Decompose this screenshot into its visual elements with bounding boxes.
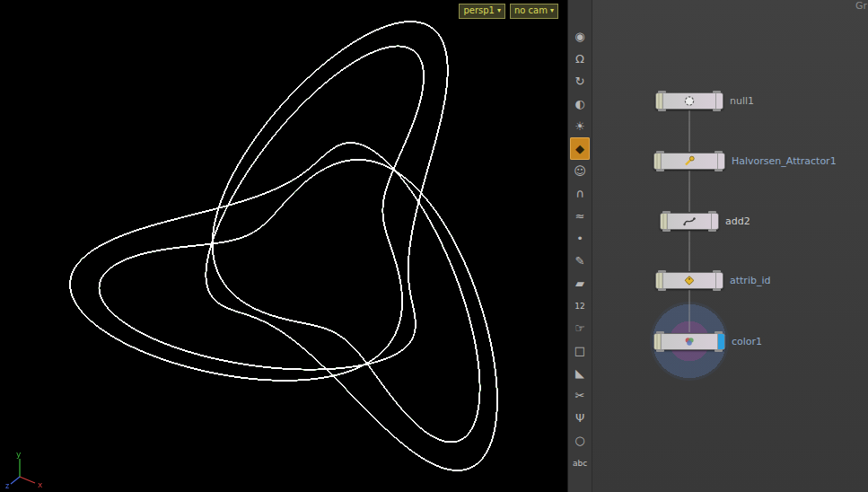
toolbar-orbit-icon[interactable]: ↻ (570, 70, 590, 92)
toolbar-ik-icon[interactable]: Ψ (570, 407, 590, 429)
node-connector[interactable] (662, 229, 671, 232)
attractor-canvas (0, 0, 567, 492)
axis-z-line (11, 477, 20, 484)
houdini-window: persp1 ▾ no cam ▾ y x z ◉Ω↻◐☀◆☺∩≈•✎▰12☞□… (0, 0, 868, 492)
node-label-halvorsen_attractor1[interactable]: Halvorsen_Attractor1 (732, 153, 837, 170)
viewport-toolbar: ◉Ω↻◐☀◆☺∩≈•✎▰12☞□◣✂Ψ○abc (567, 0, 592, 492)
camera-menu-label: no cam (514, 6, 548, 15)
node-flags-left[interactable] (656, 93, 663, 109)
axis-x-label: x (38, 480, 43, 489)
toolbar-character-icon[interactable]: ☺ (570, 160, 590, 182)
perspective-menu-button[interactable]: persp1 ▾ (459, 4, 505, 19)
node-label-color1[interactable]: color1 (732, 333, 762, 350)
node-connector[interactable] (708, 211, 716, 214)
node-null1[interactable] (655, 92, 723, 110)
toolbar-hand-icon[interactable]: ☞ (570, 317, 590, 339)
node-add2[interactable] (660, 213, 719, 230)
toolbar-circle-icon[interactable]: ○ (570, 429, 590, 452)
toolbar-select-icon[interactable]: ◆ (570, 137, 590, 160)
viewport-3d[interactable]: persp1 ▾ no cam ▾ y x z (0, 0, 567, 492)
toolbar-visibility-icon[interactable]: ◉ (570, 25, 590, 48)
node-connector[interactable] (656, 151, 664, 154)
node-flags-left[interactable] (654, 334, 662, 349)
node-connector[interactable] (662, 211, 671, 214)
camera-menu-button[interactable]: no cam ▾ (510, 4, 558, 19)
node-connector[interactable] (658, 288, 666, 291)
axis-z-label: z (5, 482, 9, 489)
chevron-down-icon: ▾ (497, 7, 501, 14)
toolbar-measure-icon[interactable]: ◣ (570, 362, 590, 384)
toolbar-knife-icon[interactable]: ✂ (570, 384, 590, 407)
node-flags-left[interactable] (656, 273, 663, 288)
node-connector[interactable] (658, 91, 666, 93)
node-connector[interactable] (658, 270, 666, 273)
node-connector[interactable] (656, 169, 664, 171)
node-flags-left[interactable] (661, 214, 668, 229)
toolbar-point-size-icon[interactable]: 12 (570, 294, 590, 317)
node-asset-icon[interactable] (662, 154, 717, 169)
node-connector[interactable] (713, 109, 721, 111)
node-label-add2[interactable]: add2 (725, 213, 750, 230)
toolbar-pen-icon[interactable]: ✎ (570, 250, 590, 272)
toolbar-snap-icon[interactable]: ∩ (570, 182, 590, 205)
node-connector[interactable] (713, 288, 721, 291)
node-connector[interactable] (708, 229, 716, 232)
node-connector[interactable] (715, 169, 723, 171)
node-display-flag[interactable] (715, 273, 723, 288)
node-connector[interactable] (715, 349, 723, 352)
node-label-attrib_id[interactable]: attrib_id (730, 272, 770, 289)
node-attrib_id[interactable] (655, 272, 723, 289)
node-color-icon[interactable] (662, 334, 717, 349)
toolbar-brush-icon[interactable]: ▰ (570, 272, 590, 294)
node-connector[interactable] (715, 151, 723, 154)
node-connector[interactable] (715, 331, 723, 334)
toolbar-lock-icon[interactable]: Ω (570, 48, 590, 70)
toolbar-curve-icon[interactable]: ≈ (570, 205, 590, 227)
node-connector[interactable] (656, 331, 664, 334)
node-display-flag[interactable] (717, 154, 724, 169)
node-display-flag[interactable] (711, 214, 718, 229)
node-color1[interactable] (653, 333, 725, 350)
node-connector[interactable] (658, 109, 666, 111)
axis-gizmo: y x z (5, 450, 47, 489)
perspective-menu-label: persp1 (463, 6, 495, 15)
chevron-down-icon: ▾ (550, 7, 554, 14)
node-wires (592, 0, 868, 492)
axis-y-label: y (16, 450, 22, 459)
axis-x-line (20, 477, 35, 483)
node-attrib-icon[interactable] (663, 273, 715, 288)
node-label-null1[interactable]: null1 (730, 92, 754, 110)
node-curve-icon[interactable] (668, 214, 711, 229)
node-display-flag[interactable] (715, 93, 723, 109)
node-halvorsen_attractor1[interactable] (653, 153, 725, 170)
node-null-icon[interactable] (663, 93, 715, 109)
node-connector[interactable] (713, 91, 721, 93)
node-connector[interactable] (713, 270, 721, 273)
viewport-menus: persp1 ▾ no cam ▾ (459, 4, 558, 19)
toolbar-text-icon[interactable]: abc (570, 452, 590, 474)
toolbar-lighting-icon[interactable]: ☀ (570, 115, 590, 137)
toolbar-shaded-view-icon[interactable]: ◐ (570, 92, 590, 115)
node-flags-left[interactable] (654, 154, 662, 169)
corner-label: Gr (855, 0, 867, 12)
node-display-flag[interactable] (717, 334, 724, 349)
node-connector[interactable] (656, 349, 664, 352)
toolbar-point-icon[interactable]: • (570, 227, 590, 250)
network-editor[interactable]: Gr null1Halvorsen_Attractor1add2attrib_i… (592, 0, 868, 492)
toolbar-frame-icon[interactable]: □ (570, 339, 590, 362)
